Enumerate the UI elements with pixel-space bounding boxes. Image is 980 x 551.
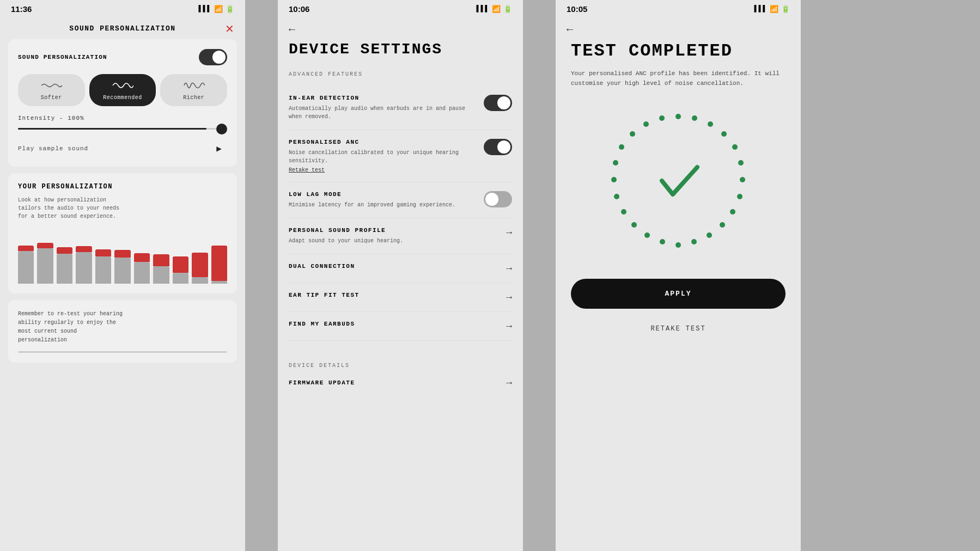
svg-point-14 bbox=[644, 232, 650, 238]
device-settings-title: DEVICE SETTINGS bbox=[289, 41, 512, 58]
find-my-earbuds-row: FIND MY EARBUDS → bbox=[289, 321, 512, 332]
signal-icon-2: ▌▌▌ bbox=[477, 5, 489, 13]
low-lag-mode-row: LOW LAG MODE Minimise latency for an imp… bbox=[289, 191, 512, 209]
retake-test-link[interactable]: Retake test bbox=[289, 167, 475, 173]
ear-tip-fit-test-row: EAR TIP FIT TEST → bbox=[289, 292, 512, 303]
svg-point-11 bbox=[691, 239, 697, 244]
intensity-label: Intensity - 100% bbox=[18, 115, 227, 121]
svg-point-16 bbox=[621, 209, 626, 215]
bar-8 bbox=[153, 254, 169, 284]
status-bar-2: 10:06 ▌▌▌ 📶 🔋 bbox=[278, 0, 523, 18]
firmware-arrow[interactable]: → bbox=[506, 377, 512, 388]
personalization-bar-chart bbox=[18, 229, 227, 284]
signal-icon-3: ▌▌▌ bbox=[754, 5, 767, 13]
profile-richer-label: Richer bbox=[183, 95, 204, 101]
panel2-nav: ← bbox=[278, 18, 523, 41]
svg-point-20 bbox=[619, 144, 624, 150]
retake-test-button[interactable]: RETAKE TEST bbox=[571, 317, 786, 340]
bar-9 bbox=[173, 256, 188, 284]
svg-point-10 bbox=[707, 232, 712, 238]
dual-connection-title: DUAL CONNECTION bbox=[289, 263, 497, 270]
svg-point-15 bbox=[631, 222, 637, 228]
play-sample-label: Play sample sound bbox=[18, 145, 88, 152]
profile-softer-label: Softer bbox=[41, 95, 62, 101]
completion-circle-svg bbox=[602, 105, 754, 257]
svg-point-3 bbox=[721, 131, 727, 137]
sound-personalization-toggle[interactable] bbox=[199, 49, 227, 65]
profile-btn-richer[interactable]: Richer bbox=[160, 74, 227, 106]
settings-item-find-my-earbuds[interactable]: FIND MY EARBUDS → bbox=[289, 312, 512, 341]
battery-icon-2: 🔋 bbox=[503, 5, 512, 14]
settings-item-low-lag-mode: LOW LAG MODE Minimise latency for an imp… bbox=[289, 182, 512, 218]
personal-sound-profile-row: PERSONAL SOUND PROFILE Adapt sound to yo… bbox=[289, 227, 512, 245]
ear-tip-fit-test-title: EAR TIP FIT TEST bbox=[289, 292, 497, 298]
signal-icon-1: ▌▌▌ bbox=[199, 5, 211, 13]
status-time-3: 10:05 bbox=[567, 4, 587, 14]
firmware-title: FIRMWARE UPDATE bbox=[289, 379, 355, 386]
bar-11 bbox=[211, 246, 227, 284]
panel1-title: SOUND PERSONALIZATION bbox=[69, 25, 175, 33]
sound-personalization-card-label: SOUND PERSONALIZATION bbox=[18, 54, 107, 60]
bar-4 bbox=[76, 246, 92, 284]
in-ear-detection-title: IN-EAR DETECTION bbox=[289, 95, 475, 101]
low-lag-mode-toggle[interactable] bbox=[484, 191, 512, 207]
status-time-1: 11:36 bbox=[11, 4, 32, 14]
personal-sound-profile-desc: Adapt sound to your unique hearing. bbox=[289, 237, 497, 245]
bar-7 bbox=[134, 253, 150, 284]
personal-sound-profile-arrow[interactable]: → bbox=[506, 227, 512, 238]
personalised-anc-toggle[interactable] bbox=[484, 139, 512, 155]
play-button[interactable]: ▶ bbox=[211, 140, 227, 157]
svg-point-9 bbox=[720, 222, 725, 228]
svg-point-7 bbox=[737, 194, 742, 199]
svg-point-8 bbox=[730, 209, 735, 215]
wifi-icon-2: 📶 bbox=[492, 5, 501, 14]
svg-point-0 bbox=[675, 114, 681, 119]
back-button-3[interactable]: ← bbox=[567, 23, 573, 36]
battery-icon-1: 🔋 bbox=[226, 5, 234, 14]
find-my-earbuds-arrow[interactable]: → bbox=[506, 321, 512, 332]
personalization-desc: Look at how personalizationtailors the a… bbox=[18, 196, 227, 221]
svg-point-4 bbox=[732, 144, 738, 150]
svg-point-21 bbox=[630, 131, 635, 137]
wifi-icon-3: 📶 bbox=[770, 5, 778, 14]
panel-device-settings: 10:06 ▌▌▌ 📶 🔋 ← DEVICE SETTINGS ADVANCED… bbox=[278, 0, 523, 551]
svg-point-17 bbox=[614, 194, 619, 199]
reminder-text: Remember to re-test your hearingability … bbox=[18, 310, 227, 345]
sound-toggle-row: SOUND PERSONALIZATION bbox=[18, 49, 227, 65]
device-details-header: DEVICE DETAILS bbox=[289, 363, 512, 369]
in-ear-detection-toggle[interactable] bbox=[484, 95, 512, 111]
personalised-anc-left: PERSONALISED ANC Noise cancellation cali… bbox=[289, 139, 484, 173]
apply-button[interactable]: APPLY bbox=[571, 279, 786, 309]
panel3-content: TEST COMPLETED Your personalised ANC pro… bbox=[556, 41, 801, 551]
advanced-features-label: ADVANCED FEATURES bbox=[289, 71, 512, 77]
profile-btn-softer[interactable]: Softer bbox=[18, 74, 85, 106]
low-lag-mode-desc: Minimise latency for an improved gaming … bbox=[289, 201, 475, 209]
personalised-anc-desc: Noise cancellation calibrated to your un… bbox=[289, 149, 475, 165]
status-icons-3: ▌▌▌ 📶 🔋 bbox=[754, 5, 790, 14]
in-ear-detection-left: IN-EAR DETECTION Automatically play audi… bbox=[289, 95, 484, 121]
settings-item-ear-tip-fit-test[interactable]: EAR TIP FIT TEST → bbox=[289, 283, 512, 312]
panel-test-completed: 10:05 ▌▌▌ 📶 🔋 ← TEST COMPLETED Your pers… bbox=[556, 0, 801, 551]
bar-1 bbox=[18, 246, 34, 284]
back-button-2[interactable]: ← bbox=[289, 23, 295, 36]
close-button[interactable]: ✕ bbox=[225, 22, 234, 35]
status-bar-1: 11:36 ▌▌▌ 📶 🔋 bbox=[0, 0, 245, 18]
ear-tip-fit-test-arrow[interactable]: → bbox=[506, 292, 512, 303]
personalised-anc-title: PERSONALISED ANC bbox=[289, 139, 475, 145]
slider-thumb[interactable] bbox=[216, 124, 227, 134]
play-sample-row: Play sample sound ▶ bbox=[18, 140, 227, 157]
low-lag-mode-left: LOW LAG MODE Minimise latency for an imp… bbox=[289, 191, 484, 209]
dual-connection-arrow[interactable]: → bbox=[506, 263, 512, 274]
profile-btn-recommended[interactable]: Recommended bbox=[89, 74, 156, 106]
personalised-anc-row: PERSONALISED ANC Noise cancellation cali… bbox=[289, 139, 512, 173]
test-completed-desc: Your personalised ANC profile has been i… bbox=[571, 69, 786, 88]
profile-buttons: Softer Recommended Richer bbox=[18, 74, 227, 106]
wifi-icon-1: 📶 bbox=[214, 5, 223, 14]
intensity-slider[interactable] bbox=[18, 128, 227, 130]
status-bar-3: 10:05 ▌▌▌ 📶 🔋 bbox=[556, 0, 801, 18]
panel-sound-personalization: 11:36 ▌▌▌ 📶 🔋 SOUND PERSONALIZATION ✕ SO… bbox=[0, 0, 245, 551]
settings-item-dual-connection[interactable]: DUAL CONNECTION → bbox=[289, 254, 512, 283]
settings-item-personal-sound-profile[interactable]: PERSONAL SOUND PROFILE Adapt sound to yo… bbox=[289, 218, 512, 254]
bar-6 bbox=[114, 250, 130, 284]
bar-10 bbox=[192, 253, 208, 284]
